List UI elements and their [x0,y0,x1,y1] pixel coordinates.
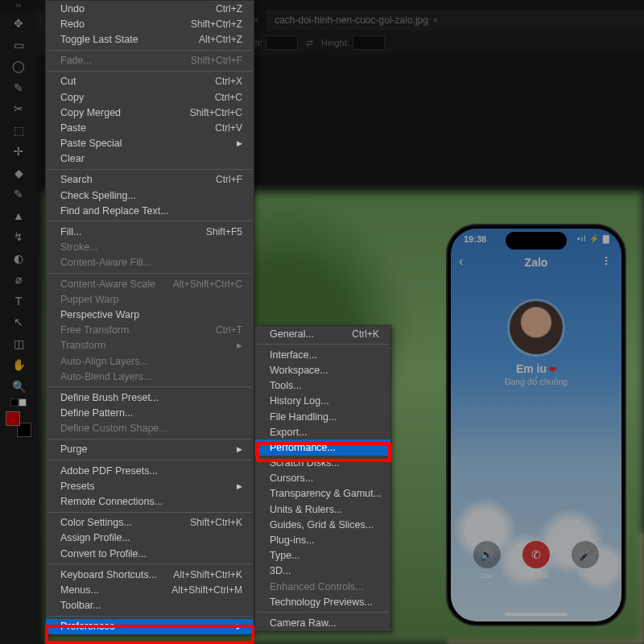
tool-9[interactable]: ▲ [8,205,29,227]
menu-copy-merged[interactable]: Copy MergedShift+Ctrl+C [46,105,254,120]
menu-history-log[interactable]: History Log... [255,394,390,409]
menu-toggle-last-state[interactable]: Toggle Last StateAlt+Ctrl+Z [46,31,254,47]
tool-4[interactable]: ✂ [8,98,29,120]
menu-label: 3D... [270,565,379,576]
tool-10[interactable]: ↯ [8,226,29,248]
tool-13[interactable]: T [8,291,29,312]
tool-14[interactable]: ↖ [8,312,29,333]
menu-remote-connections[interactable]: Remote Connections... [46,493,254,509]
menu-label: Adobe PDF Presets... [60,465,242,477]
separator [47,386,252,387]
tool-0[interactable]: ✥ [8,13,29,35]
menu-fill[interactable]: Fill...Shift+F5 [46,224,254,239]
menu-performance[interactable]: Performance... [255,440,390,455]
call-name: Em iu [451,362,621,375]
submenu-arrow-icon: ▶ [237,341,242,349]
menu-adobe-pdf-presets[interactable]: Adobe PDF Presets... [46,463,254,478]
menu-assign-profile[interactable]: Assign Profile... [46,530,254,546]
expand-handle[interactable]: ›› [0,0,37,10]
menu-3d[interactable]: 3D... [255,564,390,579]
tool-17[interactable]: 🔍 [8,376,29,398]
phone-more-icon: ⠇ [604,255,612,268]
menu-undo[interactable]: UndoCtrl+Z [46,1,254,16]
menu-define-pattern[interactable]: Define Pattern... [46,406,254,421]
menu-define-brush-preset[interactable]: Define Brush Preset... [46,390,254,405]
menu-scratch-disks[interactable]: Scratch Disks... [255,456,390,471]
menu-redo[interactable]: RedoShift+Ctrl+Z [46,16,254,31]
swap-icon[interactable]: ⇄ [306,38,313,48]
menu-keyboard-shortcuts[interactable]: Keyboard Shortcuts...Alt+Shift+Ctrl+K [46,567,254,582]
width-input[interactable] [266,35,298,50]
menu-label: Fill... [60,226,200,237]
tool-12[interactable]: ⌀ [8,269,29,291]
menu-toolbar[interactable]: Toolbar... [46,598,254,613]
menu-check-spelling[interactable]: Check Spelling... [46,188,254,203]
tool-1[interactable]: ▭ [8,35,29,56]
menu-export[interactable]: Export... [255,424,390,440]
close-icon[interactable]: × [254,16,258,25]
menu-menus[interactable]: Menus...Alt+Shift+Ctrl+M [46,582,254,597]
tool-3[interactable]: ✎ [8,77,29,99]
menu-paste[interactable]: PasteCtrl+V [46,120,254,135]
menu-transparency-gamut[interactable]: Transparency & Gamut... [255,486,390,502]
tool-6[interactable]: ✢ [8,141,29,163]
menu-label: Scratch Disks... [270,457,379,469]
call-avatar [510,301,563,354]
call-btn-label: Kết thúc [523,572,549,580]
separator [47,512,252,513]
menu-technology-previews[interactable]: Technology Previews... [255,594,390,609]
menu-workspace[interactable]: Workspace... [255,362,390,378]
left-toolbar: ✥▭◯✎✂⬚✢◆✎▲↯◐⌀T↖◫✋🔍 [0,11,37,644]
menu-camera-raw[interactable]: Camera Raw... [255,615,390,630]
tool-15[interactable]: ◫ [8,333,29,355]
menu-label: Free Transform [60,324,209,336]
shortcut: Shift+Ctrl+Z [184,19,242,30]
tool-5[interactable]: ⬚ [8,120,29,142]
tool-7[interactable]: ◆ [8,163,29,184]
tool-11[interactable]: ◐ [8,248,29,270]
menu-copy[interactable]: CopyCtrl+C [46,89,254,105]
call-btn-icon: 🎤 [572,541,599,568]
menu-label: Content-Aware Fill... [60,257,242,268]
tool-2[interactable]: ◯ [8,56,29,77]
tool-8[interactable]: ✎ [8,184,29,205]
menu-file-handling[interactable]: File Handling... [255,409,390,424]
menu-guides-grid-slices[interactable]: Guides, Grid & Slices... [255,517,390,532]
menu-presets[interactable]: Presets▶ [46,478,254,493]
menu-preferences[interactable]: Preferences▶ [46,619,254,634]
document-tab-2[interactable]: cach-doi-hinh-nen-cuoc-goi-zalo.jpg× [266,10,446,31]
menu-label: Remote Connections... [60,496,242,507]
menu-units-rulers[interactable]: Units & Rulers... [255,502,390,517]
edit-menu: UndoCtrl+ZRedoShift+Ctrl+ZToggle Last St… [45,0,254,635]
height-input[interactable] [353,35,385,50]
menu-interface[interactable]: Interface... [255,347,390,362]
menu-clear[interactable]: Clear [46,151,254,167]
close-icon[interactable]: × [433,16,438,25]
menu-perspective-warp[interactable]: Perspective Warp [46,307,254,322]
height-label: Height: [321,38,349,47]
menu-cursors[interactable]: Cursors... [255,471,390,486]
menu-tools[interactable]: Tools... [255,378,390,394]
menu-convert-to-profile[interactable]: Convert to Profile... [46,546,254,561]
color-swatches[interactable] [6,411,31,437]
menu-plug-ins[interactable]: Plug-ins... [255,532,390,547]
shortcut: Ctrl+C [208,92,242,103]
menu-cut[interactable]: CutCtrl+X [46,74,254,89]
phone-mockup: 19:38 •ıl ⚡ ▇ ‹ Zalo ⠇ Em iu Đang đổ chu… [446,224,626,626]
menu-label: Puppet Warp [60,294,242,305]
menu-paste-special[interactable]: Paste Special▶ [46,136,254,151]
default-colors-icon[interactable] [10,398,27,407]
preferences-submenu: General...Ctrl+KInterface...Workspace...… [254,325,391,632]
menu-find-and-replace-text[interactable]: Find and Replace Text... [46,203,254,218]
menu-label: Menus... [60,584,165,596]
submenu-arrow-icon: ▶ [237,482,242,490]
menu-purge[interactable]: Purge▶ [46,442,254,457]
menu-general[interactable]: General...Ctrl+K [255,326,390,341]
menu-color-settings[interactable]: Color Settings...Shift+Ctrl+K [46,515,254,530]
menu-define-custom-shape: Define Custom Shape... [46,421,254,436]
shortcut: Shift+Ctrl+F [184,55,242,66]
tool-16[interactable]: ✋ [8,354,29,376]
menu-type[interactable]: Type... [255,548,390,564]
submenu-arrow-icon: ▶ [237,622,242,630]
menu-search[interactable]: SearchCtrl+F [46,172,254,188]
